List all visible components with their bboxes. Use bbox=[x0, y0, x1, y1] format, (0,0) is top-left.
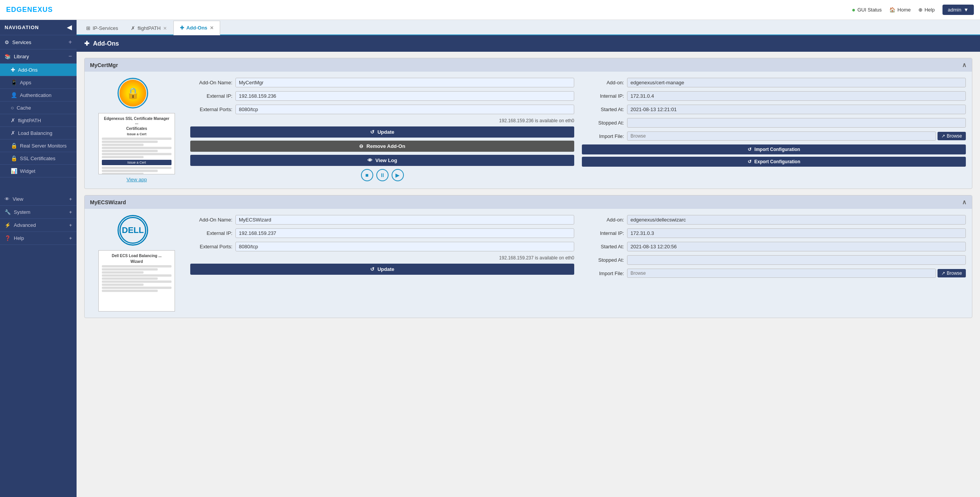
addon2-browse-btn[interactable]: ↗ Browse bbox=[938, 269, 966, 277]
addon2-update-btn[interactable]: ↺ Update bbox=[190, 264, 574, 275]
sidebar-item-flightpath[interactable]: ✗ flightPATH bbox=[0, 114, 77, 127]
sidebar-item-cache[interactable]: ○ Cache bbox=[0, 102, 77, 114]
addon2-preview: DELL Dell ECS Load Balancing ... Wizard bbox=[91, 215, 183, 312]
addon1-internal-ip-row: Internal IP: bbox=[582, 91, 966, 101]
services-expand-icon[interactable]: + bbox=[69, 39, 72, 46]
advanced-expand-icon[interactable]: + bbox=[69, 222, 72, 228]
tab-addons-close-icon[interactable]: ✕ bbox=[210, 25, 214, 31]
help-expand-icon[interactable]: + bbox=[69, 235, 72, 241]
sidebar-flightpath-label: flightPATH bbox=[18, 118, 41, 123]
addon2-browse-text-input[interactable] bbox=[627, 269, 936, 278]
logo: EDGENEXUS bbox=[6, 6, 53, 14]
addon-card-mycertmgr-header[interactable]: MyCertMgr ∧ bbox=[85, 58, 972, 72]
widget-icon: 📊 bbox=[11, 168, 17, 174]
sidebar-item-system[interactable]: 🔧 System + bbox=[0, 206, 77, 219]
addon2-internal-ip-input bbox=[627, 228, 966, 238]
addon2-addon-name-input[interactable] bbox=[235, 215, 574, 225]
addon1-addon-name-input[interactable] bbox=[235, 78, 574, 87]
addon-card-mycertmgr: MyCertMgr ∧ 🔒 Edgenexus SSL Cert bbox=[84, 58, 972, 189]
addon1-form-left: Add-On Name: External IP: External Ports… bbox=[190, 78, 574, 182]
view-expand-icon[interactable]: + bbox=[69, 196, 72, 202]
sidebar-nav-label: NAVIGATION bbox=[5, 25, 39, 30]
addon1-view-app-link[interactable]: View app bbox=[126, 177, 147, 182]
sidebar-item-apps[interactable]: 📱 Apps bbox=[0, 76, 77, 89]
sidebar-item-library[interactable]: 📚 Library − bbox=[0, 49, 77, 64]
tab-ip-services-label: IP-Services bbox=[93, 25, 118, 31]
addon2-external-ports-input[interactable] bbox=[235, 242, 574, 251]
ssl-icon: 🔒 bbox=[11, 155, 17, 161]
addon1-started-at-input bbox=[627, 105, 966, 114]
system-expand-icon[interactable]: + bbox=[69, 209, 72, 215]
tab-flightpath[interactable]: ✗ flightPATH ✕ bbox=[124, 21, 173, 35]
sidebar-apps-label: Apps bbox=[20, 80, 31, 85]
addon2-collapse-icon[interactable]: ∧ bbox=[962, 198, 967, 206]
sidebar-item-help[interactable]: ❓ Help + bbox=[0, 232, 77, 245]
sidebar-item-real-server-monitors[interactable]: 🔒 Real Server Monitors bbox=[0, 139, 77, 152]
sidebar-item-services[interactable]: ⚙ Services + bbox=[0, 35, 77, 49]
addon2-form: Add-On Name: External IP: External Ports… bbox=[190, 215, 966, 312]
addon2-external-ports-row: External Ports: bbox=[190, 242, 574, 251]
addons-icon: ✚ bbox=[11, 67, 15, 73]
rsm-icon: 🔒 bbox=[11, 143, 17, 149]
addon1-viewlog-label: View Log bbox=[376, 157, 397, 163]
addon1-external-ports-input[interactable] bbox=[235, 105, 574, 114]
addon1-external-ip-input[interactable] bbox=[235, 91, 574, 101]
sidebar-item-view[interactable]: 👁 View + bbox=[0, 193, 77, 206]
library-expand-icon[interactable]: − bbox=[69, 53, 72, 60]
addon1-viewlog-btn[interactable]: 👁 View Log bbox=[190, 155, 574, 166]
addon1-body: 🔒 Edgenexus SSL Certificate Manager ... … bbox=[85, 72, 972, 189]
top-header: EDGENEXUS ● GUI Status 🏠 Home ⊕ Help adm… bbox=[0, 0, 980, 20]
tab-addons[interactable]: ✚ Add-Ons ✕ bbox=[173, 21, 220, 35]
sidebar-item-advanced[interactable]: ⚡ Advanced + bbox=[0, 219, 77, 232]
addon1-preview: 🔒 Edgenexus SSL Certificate Manager ... … bbox=[91, 78, 183, 182]
addon2-import-file-row: Import File: ↗ Browse bbox=[582, 269, 966, 278]
addon1-info-text: 192.168.159.236 is available on eth0 bbox=[190, 118, 574, 123]
addon1-pause-btn[interactable]: ⏸ bbox=[376, 169, 389, 181]
sidebar-item-ssl-certificates[interactable]: 🔒 SSL Certificates bbox=[0, 152, 77, 165]
addon1-external-ip-label: External IP: bbox=[190, 93, 232, 99]
addon1-form-right: Add-on: Internal IP: Started At: bbox=[582, 78, 966, 182]
admin-menu-btn[interactable]: admin ▼ bbox=[942, 5, 974, 15]
addon1-export-config-btn[interactable]: ↺ Export Configuration bbox=[582, 157, 966, 167]
sidebar-item-authentication[interactable]: 👤 Authentication bbox=[0, 89, 77, 102]
lb-icon: ✗ bbox=[11, 130, 15, 136]
flightpath-tab-icon: ✗ bbox=[131, 25, 135, 31]
addon1-preview-btn: Issue a Cert bbox=[102, 160, 172, 165]
services-icon: ⚙ bbox=[5, 39, 9, 45]
page-header: ✚ Add-Ons bbox=[77, 35, 980, 52]
addon2-preview-title: Dell ECS Load Balancing ... bbox=[102, 254, 172, 258]
home-label: Home bbox=[897, 7, 911, 13]
addon1-collapse-icon[interactable]: ∧ bbox=[962, 61, 967, 69]
addon1-play-btn[interactable]: ▶ bbox=[392, 169, 404, 181]
addon2-external-ports-label: External Ports: bbox=[190, 244, 232, 249]
addon1-import-icon: ↺ bbox=[748, 147, 751, 152]
addon2-started-at-input bbox=[627, 242, 966, 251]
addon1-browse-btn[interactable]: ↗ Browse bbox=[938, 132, 966, 140]
addon2-external-ip-input[interactable] bbox=[235, 228, 574, 238]
sidebar-addons-label: Add-Ons bbox=[18, 67, 38, 73]
tab-flightpath-label: flightPATH bbox=[137, 25, 160, 31]
addon1-update-btn[interactable]: ↺ Update bbox=[190, 126, 574, 138]
sidebar-services-label: Services bbox=[12, 39, 31, 45]
sidebar-item-widget[interactable]: 📊 Widget bbox=[0, 165, 77, 177]
help-btn[interactable]: ⊕ Help bbox=[918, 7, 935, 13]
sidebar-collapse-icon[interactable]: ◀ bbox=[67, 24, 72, 31]
addon1-remove-btn[interactable]: ⊖ Remove Add-On bbox=[190, 141, 574, 152]
addon1-import-file-label: Import File: bbox=[582, 133, 624, 139]
addon2-addon-input bbox=[627, 215, 966, 225]
gui-status-btn[interactable]: ● GUI Status bbox=[852, 7, 882, 13]
addon2-update-label: Update bbox=[377, 266, 394, 272]
tab-flightpath-close-icon[interactable]: ✕ bbox=[163, 26, 167, 31]
addon1-form: Add-On Name: External IP: External Ports… bbox=[190, 78, 966, 182]
addon1-import-config-btn[interactable]: ↺ Import Configuration bbox=[582, 144, 966, 154]
addon-card-myecswizard-header[interactable]: MyECSWizard ∧ bbox=[85, 195, 972, 209]
sidebar-library-label: Library bbox=[14, 54, 29, 59]
home-btn[interactable]: 🏠 Home bbox=[889, 7, 911, 13]
tab-ip-services[interactable]: ⊞ IP-Services bbox=[80, 21, 124, 35]
ssl-cert-icon: 🔒 bbox=[119, 80, 146, 107]
sidebar-item-load-balancing[interactable]: ✗ Load Balancing bbox=[0, 127, 77, 139]
sidebar-item-addons[interactable]: ✚ Add-Ons bbox=[0, 64, 77, 76]
addon1-stop-btn[interactable]: ■ bbox=[361, 169, 373, 181]
addon1-preview-img: Edgenexus SSL Certificate Manager ... Ce… bbox=[98, 113, 175, 174]
addon1-browse-text-input[interactable] bbox=[627, 131, 936, 141]
